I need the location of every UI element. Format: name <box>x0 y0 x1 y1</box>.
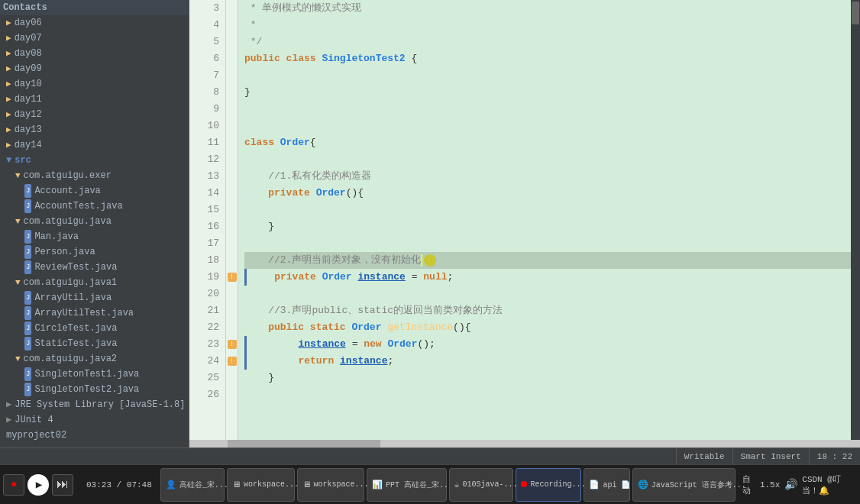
sidebar-item-accounttest[interactable]: J AccountTest.java <box>0 199 189 214</box>
sidebar-label: com.atguigu.java1 <box>24 276 117 289</box>
editor-bottom-scrollbar[interactable] <box>189 440 860 447</box>
line-num-15: 15 <box>189 202 219 218</box>
sidebar-item-reviewtest[interactable]: J ReviewTest.java <box>0 260 189 275</box>
code-text: * <box>244 17 257 34</box>
sidebar-item-day11[interactable]: ▶ day11 <box>0 92 189 107</box>
line-num-8: 8 <box>189 84 219 101</box>
sidebar-item-singletontest1[interactable]: J SingletonTest1.java <box>0 367 189 382</box>
code-line-18: //2.声明当前类对象，没有初始化 <box>244 252 851 269</box>
sidebar-item-day09[interactable]: ▶ day09 <box>0 61 189 76</box>
status-writable: Writable <box>676 448 732 465</box>
folder-icon: ▶ <box>6 62 11 76</box>
sidebar-item-day08[interactable]: ▶ day08 <box>0 46 189 61</box>
sys-tray: 自动 1.5x 🔊 CSDN @叮当！🔔 <box>738 473 857 496</box>
sidebar-item-man[interactable]: J Man.java <box>0 229 189 244</box>
sidebar-label: CircleTest.java <box>34 321 117 335</box>
code-lines[interactable]: * 单例模式的懒汉式实现 * */ public class Single <box>238 0 851 447</box>
content-area: Contacts ▶ day06 ▶ day07 ▶ day08 ▶ day09… <box>0 0 860 447</box>
expand-icon: ▼ <box>15 215 21 228</box>
sidebar-label: day11 <box>15 92 42 106</box>
sidebar-item-junit[interactable]: ▶ JUnit 4 <box>0 412 189 428</box>
taskbar-btn-ppt[interactable]: 📊 PPT 高硅谷_宋... <box>367 468 447 502</box>
sidebar-item-pkg-java1[interactable]: ▼ com.atguigu.java1 <box>0 275 189 290</box>
sidebar-item-pkg-java[interactable]: ▼ com.atguigu.java <box>0 214 189 229</box>
scroll-thumb[interactable] <box>852 2 859 24</box>
folder-icon: ▶ <box>6 31 11 45</box>
skip-button[interactable]: ⏭ <box>52 474 73 496</box>
sidebar-item-singletontest2[interactable]: J SingletonTest2.java <box>0 382 189 397</box>
var-instance: instance <box>357 269 405 286</box>
btn-label: PPT 高硅谷_宋... <box>386 480 453 490</box>
sidebar-item-pkg-exer[interactable]: ▼ com.atguigu.exer <box>0 168 189 183</box>
java-icon: J <box>24 230 31 244</box>
status-smart-insert: Smart Insert <box>732 448 809 465</box>
taskbar: ■ ▶ ⏭ 03:23 / 07:48 👤 高硅谷_宋... 🖥 workspa… <box>0 464 860 504</box>
sidebar-item-day13[interactable]: ▶ day13 <box>0 122 189 137</box>
sidebar-item-person[interactable]: J Person.java <box>0 244 189 260</box>
btn-label: Recording... <box>530 480 585 489</box>
line-num-3: 3 <box>189 0 219 17</box>
sidebar-item-account[interactable]: J Account.java <box>0 183 189 199</box>
paren: (){ <box>346 185 364 202</box>
sidebar[interactable]: Contacts ▶ day06 ▶ day07 ▶ day08 ▶ day09… <box>0 0 189 447</box>
editor-right-scrollbar[interactable] <box>851 0 860 447</box>
java-icon: J <box>24 184 31 198</box>
gutter-21 <box>226 302 238 319</box>
sidebar-item-day14[interactable]: ▶ day14 <box>0 137 189 153</box>
sidebar-label: com.atguigu.java2 <box>24 352 117 366</box>
keyword: private <box>244 185 316 202</box>
stop-icon: ■ <box>11 480 16 489</box>
java-icon: J <box>24 383 31 396</box>
line-num-21: 21 <box>189 302 219 319</box>
sidebar-item-circletest[interactable]: J CircleTest.java <box>0 321 189 336</box>
sidebar-label: Account.java <box>34 184 100 198</box>
taskbar-btn-recording[interactable]: Recording... <box>516 468 581 502</box>
classname-order: Order <box>280 134 310 151</box>
taskbar-controls: ■ ▶ ⏭ <box>3 474 73 496</box>
line-num-13: 13 <box>189 168 219 185</box>
gutter-18 <box>226 252 238 269</box>
sidebar-item-arrayutil[interactable]: J ArrayUtil.java <box>0 290 189 305</box>
time-display: 03:23 / 07:48 <box>80 480 158 489</box>
sidebar-item-day10[interactable]: ▶ day10 <box>0 76 189 92</box>
var-instance: instance <box>340 353 387 370</box>
editor-area[interactable]: 3 4 5 6 7 8 9 10 11 12 13 14 15 16 17 18 <box>189 0 860 447</box>
stop-button[interactable]: ■ <box>3 474 24 496</box>
taskbar-btn-workspace2[interactable]: 🖥 workspace... <box>297 468 364 502</box>
scrollbar-thumb[interactable] <box>228 440 380 447</box>
position-label: 18 : 22 <box>817 452 852 461</box>
sidebar-item-day12[interactable]: ▶ day12 <box>0 107 189 122</box>
sidebar-item-day06[interactable]: ▶ day06 <box>0 15 189 31</box>
warning-icon-24: ! <box>228 357 237 366</box>
sidebar-item-myproject[interactable]: myproject02 <box>0 428 189 443</box>
sidebar-item-src[interactable]: ▼ src <box>0 153 189 168</box>
sidebar-item-jre[interactable]: ▶ JRE System Library [JavaSE-1.8] <box>0 397 189 412</box>
code-text: } <box>244 84 251 101</box>
taskbar-btn-api[interactable]: 📄 api 📄 <box>584 468 629 502</box>
code-line-11: class Order { <box>244 134 851 151</box>
btn-label: 010Sjava-... <box>462 480 517 489</box>
var-instance: instance <box>298 336 345 353</box>
method-name: getInstance <box>387 319 453 336</box>
sidebar-item-statictest[interactable]: J StaticTest.java <box>0 336 189 351</box>
gutter-16 <box>226 218 238 235</box>
sidebar-label: Man.java <box>34 230 79 244</box>
gutter-26 <box>226 386 238 403</box>
classref: Order <box>316 185 346 202</box>
play-button[interactable]: ▶ <box>27 474 49 496</box>
btn-icon: 👤 <box>166 480 176 489</box>
code-line-26 <box>244 386 851 403</box>
main-container: Contacts ▶ day06 ▶ day07 ▶ day08 ▶ day09… <box>0 0 860 504</box>
sidebar-label: day12 <box>15 108 42 121</box>
sidebar-title: Contacts <box>3 1 47 15</box>
taskbar-btn-contacts[interactable]: 👤 高硅谷_宋... <box>160 468 225 502</box>
sidebar-item-arrayutiltest[interactable]: J ArrayUtilTest.java <box>0 305 189 321</box>
sidebar-item-pkg-java2[interactable]: ▼ com.atguigu.java2 <box>0 351 189 367</box>
sidebar-item-day07[interactable]: ▶ day07 <box>0 31 189 46</box>
taskbar-btn-js[interactable]: 🌐 JavaScript 语言参考... <box>632 468 736 502</box>
btn-label: JavaScript 语言参考... <box>651 480 746 490</box>
taskbar-btn-java[interactable]: ☕ 010Sjava-... <box>449 468 514 502</box>
smart-insert-label: Smart Insert <box>741 452 801 461</box>
line-num-4: 4 <box>189 17 219 34</box>
taskbar-btn-workspace1[interactable]: 🖥 workspace... <box>227 468 294 502</box>
